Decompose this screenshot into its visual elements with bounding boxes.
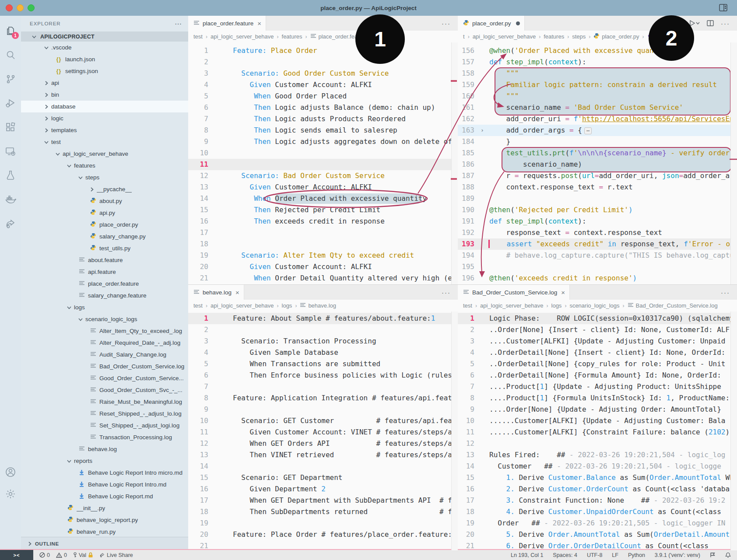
tree-item-about-py[interactable]: about.py (21, 195, 188, 207)
feedback-icon[interactable] (710, 552, 716, 558)
breadcrumb-item[interactable]: api_logic_server_behave (480, 302, 544, 309)
account-icon[interactable] (5, 466, 16, 478)
breadcrumb-item[interactable]: test (193, 302, 203, 309)
breadcrumb-item[interactable]: test (193, 33, 203, 40)
tab-place_order.py[interactable]: place_order.py (458, 16, 525, 31)
live-share-status[interactable]: Live Share (99, 552, 133, 558)
outline-section-header[interactable]: OUTLINE (21, 537, 188, 550)
breadcrumb[interactable]: test›api_logic_server_behave›logs›behave… (188, 300, 458, 312)
breadcrumb-item[interactable]: scenario_logic_logs (569, 302, 619, 309)
tree-item-behave-logic-report-md[interactable]: Behave Logic Report.md (21, 490, 188, 502)
close-tab-icon[interactable]: × (235, 289, 239, 296)
remote-explorer-icon[interactable] (5, 146, 16, 157)
tab-Bad_Order_Custom_Service.log[interactable]: Bad_Order_Custom_Service.log× (458, 285, 570, 300)
close-tab-icon[interactable]: × (561, 289, 565, 296)
search-icon[interactable] (5, 49, 16, 61)
tree-item-api-py[interactable]: api.py (21, 207, 188, 219)
settings-gear-icon[interactable] (5, 488, 16, 500)
tree-item-reset-shipped-adjust-lo-log[interactable]: Reset_Shipped_-_adjust_lo.log (21, 408, 188, 420)
breadcrumb-item[interactable]: api_logic_server_behave (211, 33, 274, 40)
project-root-folder[interactable]: APILOGICPROJECT (21, 32, 188, 42)
code-area[interactable]: 1Logic Phase: ROW LOGIC(session=0x10317c… (458, 312, 737, 550)
tree-item-api-feature[interactable]: api.feature (21, 266, 188, 278)
tree-item-test[interactable]: test (21, 136, 188, 148)
tree-item-bin[interactable]: bin (21, 89, 188, 101)
more-editor-action-icon[interactable]: ··· (442, 20, 451, 27)
explorer-icon[interactable]: 1 (5, 25, 16, 37)
explorer-more-actions-icon[interactable]: ⋯ (175, 20, 182, 28)
breadcrumb-item[interactable]: place_order.py (602, 33, 639, 40)
docker-icon[interactable] (5, 194, 16, 205)
notifications-bell-icon[interactable] (725, 552, 731, 558)
code-area[interactable]: 1Feature: Place Order23 Scenario: Good O… (188, 42, 458, 284)
overview-ruler[interactable] (451, 312, 458, 550)
breadcrumb-item[interactable]: steps (572, 33, 586, 40)
tree-item-salary-change-feature[interactable]: salary_change.feature (21, 290, 188, 301)
tree-item-behave-run-py[interactable]: behave_run.py (21, 526, 188, 537)
encoding-status[interactable]: UTF-8 (587, 552, 602, 558)
tree-item-audit-salary-change-log[interactable]: Audit_Salary_Change.log (21, 349, 188, 360)
overview-ruler[interactable] (451, 42, 458, 284)
language-mode-status[interactable]: Python (628, 552, 645, 558)
breadcrumb[interactable]: test›api_logic_server_behave›features›pl… (188, 31, 458, 42)
tree-item-behave-logic-report-intro-md[interactable]: Behave Logic Report Intro.md (21, 479, 188, 490)
close-window-button[interactable] (6, 4, 13, 11)
breadcrumb-item[interactable]: t (463, 33, 465, 40)
tab-behave.log[interactable]: behave.log× (188, 285, 244, 300)
python-interpreter-status[interactable]: 3.9.1 ('venv': venv) (655, 552, 700, 558)
tree-item-api-logic-server-behave[interactable]: api_logic_server_behave (21, 148, 188, 160)
warnings-status[interactable]: 0 (56, 552, 67, 558)
window-controls[interactable] (6, 4, 35, 11)
tree-item-logs[interactable]: logs (21, 301, 188, 313)
tree-item-behave-logic-report-intro-micro-md[interactable]: Behave Logic Report Intro micro.md (21, 467, 188, 479)
tree-item-api[interactable]: api (21, 77, 188, 89)
tree-item-transaction-processing-log[interactable]: Transaction_Processing.log (21, 431, 188, 443)
tree-item-settings-json[interactable]: {}settings.json (21, 65, 188, 77)
tree-item-bad-order-custom-service-log[interactable]: Bad_Order_Custom_Service.log (21, 360, 188, 372)
indentation-status[interactable]: Spaces: 4 (553, 552, 577, 558)
code-area[interactable]: 1Feature: About Sample # features/about.… (188, 312, 458, 550)
tab-place_order.feature[interactable]: place_order.feature× (188, 16, 266, 31)
tree-item-salary-change-py[interactable]: salary_change.py (21, 231, 188, 242)
cursor-position-status[interactable]: Ln 193, Col 1 (511, 552, 543, 558)
tree-item-database[interactable]: database (21, 101, 188, 112)
remote-indicator[interactable]: >< (0, 550, 33, 560)
tree-item-logic[interactable]: logic (21, 112, 188, 124)
tree-item--vscode[interactable]: .vscode (21, 42, 188, 53)
tree-item-good-order-custom-service-[interactable]: Good_Order_Custom_Service... (21, 372, 188, 384)
tree-item-reports[interactable]: reports (21, 455, 188, 467)
source-control-icon[interactable] (5, 74, 16, 85)
more-editor-action-icon[interactable]: ··· (442, 289, 451, 296)
tree-item-behave-log[interactable]: behave.log (21, 443, 188, 455)
breadcrumb-item[interactable]: logs (551, 302, 562, 309)
tree-item-launch-json[interactable]: {}launch.json (21, 53, 188, 65)
breadcrumb-item[interactable]: behave.log (308, 302, 336, 309)
tree-item-alter-item-qty-to-exceed-log[interactable]: Alter_Item_Qty_to_exceed_.log (21, 325, 188, 337)
run-debug-icon[interactable] (5, 98, 16, 109)
more-editor-action-icon[interactable]: ··· (721, 289, 730, 296)
run-editor-action-icon[interactable] (689, 20, 700, 26)
extensions-icon[interactable] (5, 122, 16, 133)
tree-item-place-order-feature[interactable]: place_order.feature (21, 278, 188, 290)
breadcrumb-item[interactable]: Bad_Order_Custom_Service.log (636, 302, 718, 309)
tree-item--init-py[interactable]: __init__.py (21, 502, 188, 514)
breadcrumb-item[interactable]: logs (282, 302, 292, 309)
tree-item-scenario-logic-logs[interactable]: scenario_logic_logs (21, 313, 188, 325)
dirty-indicator-icon[interactable] (516, 21, 520, 25)
tree-item-behave-logic-report-py[interactable]: behave_logic_report.py (21, 514, 188, 526)
errors-status[interactable]: 0 (39, 552, 50, 558)
tree-item-features[interactable]: features (21, 160, 188, 172)
tree-item-about-feature[interactable]: about.feature (21, 254, 188, 266)
live-share-icon[interactable] (5, 218, 16, 229)
val-extension-status[interactable]: Val (73, 552, 93, 558)
breadcrumb[interactable]: t›api_logic_server_behave›features›steps… (458, 31, 737, 42)
tree-item-steps[interactable]: steps (21, 172, 188, 183)
tree-item-templates[interactable]: templates (21, 124, 188, 136)
test-beaker-icon[interactable] (5, 170, 16, 181)
breadcrumb-item[interactable]: test (463, 302, 472, 309)
tree-item-alter-required-date-adj-log[interactable]: Alter_Required_Date_-_adj.log (21, 337, 188, 349)
more-editor-action-icon[interactable]: ··· (721, 20, 730, 27)
customize-layout-icon[interactable] (719, 4, 727, 13)
overview-ruler[interactable] (730, 312, 737, 550)
tree-item-raise-must-be-meaningful-log[interactable]: Raise_Must_be_Meaningful.log (21, 396, 188, 408)
